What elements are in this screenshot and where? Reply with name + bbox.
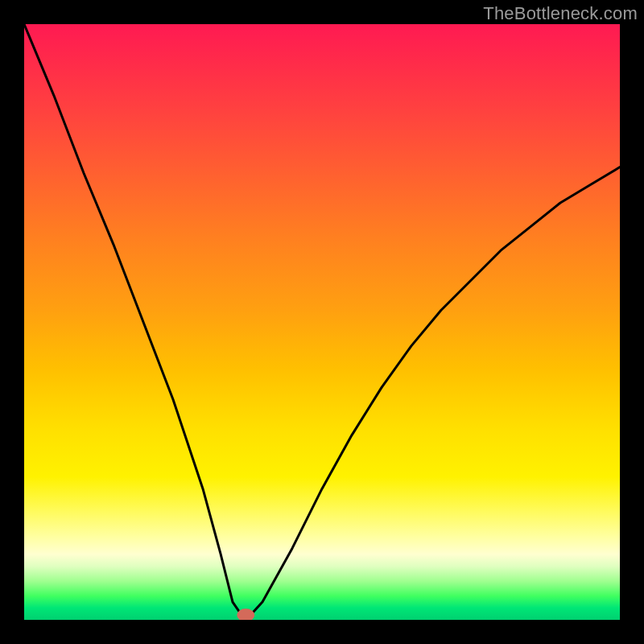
bottleneck-curve: [24, 24, 620, 615]
watermark-text: TheBottleneck.com: [483, 3, 638, 24]
plot-area: [24, 24, 620, 620]
curve-layer: [24, 24, 620, 620]
chart-frame: TheBottleneck.com: [0, 0, 644, 644]
